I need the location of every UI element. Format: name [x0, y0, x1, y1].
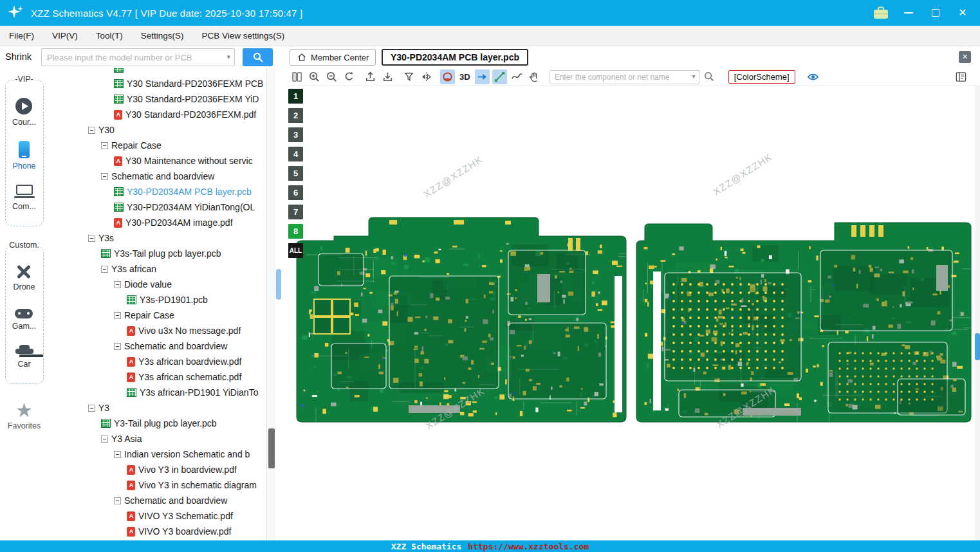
- layer-button-6[interactable]: 6: [288, 185, 303, 200]
- tree-file-row[interactable]: Y3-Tail plug pcb layer.pcb: [48, 416, 275, 431]
- tree-file-row[interactable]: Y3s-PD1901.pcb: [48, 292, 275, 308]
- model-search-button[interactable]: [243, 48, 273, 66]
- chevron-down-icon[interactable]: ▾: [227, 53, 230, 61]
- collapse-toggle-icon[interactable]: [101, 173, 108, 180]
- tree-file-row[interactable]: Y3s african schematic.pdf: [48, 369, 275, 385]
- tree-folder-row[interactable]: Y3s african: [48, 261, 275, 277]
- tree-file-row[interactable]: Y30 Standard-PD2036FEXM PCB: [48, 76, 275, 91]
- tree-file-row[interactable]: Y3s-Tail plug pcb layer.pcb: [48, 246, 275, 261]
- sidebar-item-phone[interactable]: Phone: [12, 141, 35, 170]
- collapse-toggle-icon[interactable]: [101, 142, 108, 149]
- tree-folder-row[interactable]: Repair Case: [48, 138, 275, 153]
- layer-button-2[interactable]: 2: [288, 108, 303, 123]
- menu-tool[interactable]: Tool(T): [87, 26, 132, 46]
- color-scheme-button[interactable]: [ColorScheme]: [728, 70, 795, 84]
- tree-folder-row[interactable]: Indian version Schematic and b: [48, 446, 275, 462]
- collapse-toggle-icon[interactable]: [88, 235, 95, 242]
- canvas-scrollbar[interactable]: [975, 86, 980, 540]
- maximize-button[interactable]: [929, 6, 943, 20]
- layer-button-1[interactable]: 1: [288, 89, 303, 104]
- layer-button-5[interactable]: 5: [288, 166, 303, 181]
- filter-icon[interactable]: [402, 69, 416, 84]
- sidebar-item-drone[interactable]: Drone: [13, 264, 35, 291]
- chevron-down-icon[interactable]: ▾: [692, 73, 696, 80]
- curve-tool-icon[interactable]: [510, 69, 524, 84]
- minimize-button[interactable]: [901, 6, 916, 20]
- tree-folder-row[interactable]: Diode value: [48, 277, 275, 292]
- tree-file-row[interactable]: Y30-PD2034AM YiDianTong(OL: [48, 199, 275, 215]
- menu-pcb-view-settings[interactable]: PCB View settings(S): [193, 26, 294, 46]
- tree-folder-row[interactable]: Y3s: [48, 230, 275, 246]
- close-document-icon[interactable]: ✕: [959, 51, 971, 63]
- arrow-tool-icon[interactable]: [475, 69, 490, 84]
- collapse-toggle-icon[interactable]: [114, 312, 121, 319]
- menu-file[interactable]: File(F): [0, 26, 43, 46]
- collapse-toggle-icon[interactable]: [114, 497, 121, 504]
- tree-folder-row[interactable]: Schematic and boardview: [48, 493, 275, 508]
- tree-scrollbar[interactable]: [266, 68, 275, 540]
- tree-file-row[interactable]: Vivo Y3 in boardview.pdf: [48, 462, 275, 477]
- tree-file-row[interactable]: VIVO Y3 Schematic.pdf: [48, 508, 275, 524]
- close-button[interactable]: ✕: [956, 6, 970, 20]
- eye-icon[interactable]: [806, 69, 820, 84]
- tree-file-row[interactable]: [48, 68, 275, 76]
- layer-button-all[interactable]: ALL: [288, 243, 303, 258]
- tree-folder-row[interactable]: Schematic and boardview: [48, 338, 275, 354]
- component-search-icon[interactable]: [702, 69, 717, 84]
- collapse-toggle-icon[interactable]: [88, 127, 95, 134]
- tree-folder-row[interactable]: Y3: [48, 400, 275, 416]
- tree-folder-row[interactable]: Y30: [48, 122, 275, 138]
- tree-folder-row[interactable]: Schematic and boardview: [48, 169, 275, 184]
- side-panel-toggle-icon[interactable]: [954, 69, 968, 84]
- tree-file-row[interactable]: Y30 Standard-PD2036FEXM YiD: [48, 91, 275, 107]
- layer-button-7[interactable]: 7: [288, 205, 303, 219]
- menu-vip[interactable]: VIP(V): [43, 26, 87, 46]
- tree-folder-row[interactable]: Y3 Asia: [48, 431, 275, 446]
- pcb-canvas[interactable]: 12345678ALL XZZ@XZZHK XZZ@XZZHK XZZ@XZZH…: [287, 86, 980, 540]
- tree-file-row[interactable]: Vivo u3x No message.pdf: [48, 323, 275, 338]
- zoom-in-icon[interactable]: [307, 69, 322, 84]
- member-center-button[interactable]: Member Center: [290, 49, 376, 66]
- measure-tool-icon[interactable]: [492, 69, 507, 84]
- tree-file-row[interactable]: VIVO Y3 boardview.pdf: [48, 524, 275, 539]
- tree-scrollbar-thumb[interactable]: [268, 428, 275, 468]
- sidebar-item-course[interactable]: Cour...: [12, 98, 36, 127]
- tree-file-row[interactable]: Y30 Maintenance without servic: [48, 153, 275, 169]
- import-icon[interactable]: [380, 69, 395, 84]
- tree-file-row[interactable]: Y30-PD2034AM PCB layer.pcb: [48, 184, 275, 199]
- collapse-toggle-icon[interactable]: [114, 281, 121, 288]
- 3d-view-button[interactable]: 3D: [459, 72, 470, 82]
- sidebar-item-computer[interactable]: Com...: [12, 185, 36, 211]
- pcb-document-tab[interactable]: Y30-PD2034AM PCB layer.pcb: [382, 49, 528, 66]
- sidebar-item-favorites[interactable]: ★ Favorites: [0, 401, 48, 430]
- collapse-toggle-icon[interactable]: [114, 343, 121, 350]
- pcb-board[interactable]: [293, 215, 975, 427]
- layer-button-8[interactable]: 8: [288, 224, 303, 239]
- model-search-input[interactable]: [41, 48, 235, 66]
- menu-settings[interactable]: Settings(S): [132, 26, 193, 46]
- tree-file-row[interactable]: Y3s african boardview.pdf: [48, 354, 275, 369]
- hand-tool-icon[interactable]: [527, 69, 542, 84]
- layer-button-3[interactable]: 3: [288, 127, 303, 142]
- rotate-icon[interactable]: [342, 69, 356, 84]
- canvas-scrollbar-thumb[interactable]: [975, 333, 980, 360]
- flip-horizontal-icon[interactable]: [419, 69, 434, 84]
- sidebar-item-gamepad[interactable]: Gam...: [12, 306, 37, 331]
- collapse-toggle-icon[interactable]: [101, 436, 108, 443]
- collapse-toggle-icon[interactable]: [101, 266, 108, 273]
- component-search-input[interactable]: [550, 70, 699, 84]
- shrink-button[interactable]: Shrink: [5, 51, 32, 62]
- zoom-out-icon[interactable]: [324, 69, 339, 84]
- tree-folder-row[interactable]: Repair Case: [48, 308, 275, 323]
- status-url-link[interactable]: https://www.xzztools.com: [468, 542, 589, 551]
- dual-pane-icon[interactable]: [290, 69, 304, 84]
- layer-button-4[interactable]: 4: [288, 147, 303, 161]
- tree-file-row[interactable]: Vivo Y3 in schematic diagram: [48, 477, 275, 493]
- titlebar-badge-icon[interactable]: [873, 6, 889, 19]
- tree-file-row[interactable]: Y3s african-PD1901 YiDianTo: [48, 385, 275, 400]
- tree-file-row[interactable]: Y30-PD2034AM image.pdf: [48, 215, 275, 230]
- board-side-toggle-icon[interactable]: [440, 69, 455, 84]
- export-icon[interactable]: [363, 69, 378, 84]
- tree-file-row[interactable]: Y30 Standard-PD2036FEXM.pdf: [48, 107, 275, 122]
- collapse-toggle-icon[interactable]: [88, 405, 95, 412]
